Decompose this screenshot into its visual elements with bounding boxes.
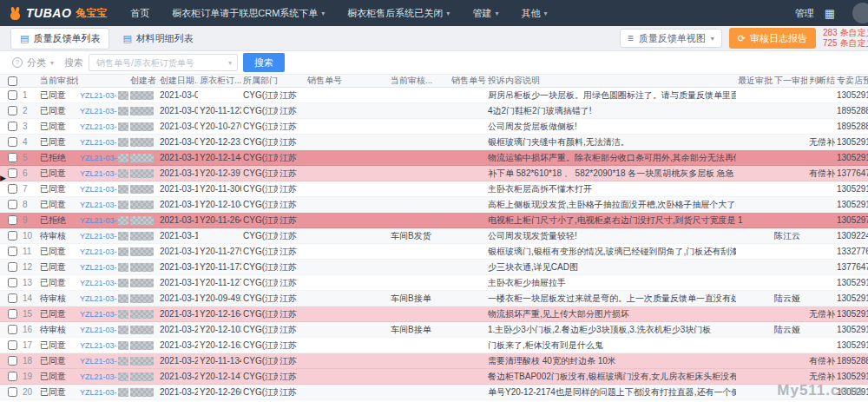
nav-item[interactable]: 橱衣柜订单请于联思CRM系统下单▾	[161, 0, 336, 26]
cell-creator-redacted	[128, 200, 158, 209]
feedback-code-link[interactable]: YZL21-03-	[80, 388, 117, 397]
row-checkbox[interactable]	[8, 90, 17, 100]
feedback-code-link[interactable]: YZL21-03-	[80, 169, 117, 178]
cell-department: CYG(江苏...	[241, 230, 278, 242]
feedback-code-link[interactable]: YZL21-03-	[80, 247, 117, 256]
feedback-code-link[interactable]: YZL21-03-	[80, 107, 117, 115]
feedback-code-link[interactable]: YZL21-03-	[80, 138, 117, 147]
cell-province: 江苏	[278, 386, 306, 399]
cell-creator-redacted	[128, 153, 158, 162]
cell-orig-order-no: Y20-12-2314	[198, 137, 241, 147]
category-dropdown[interactable]: ? 分类 ▾	[12, 56, 54, 69]
nav-item[interactable]: 橱衣柜售后系统已关闭▾	[336, 0, 461, 26]
table-row[interactable]: 12已同意YZL21-03-2021-03-1...Y20-11-1732CYG…	[0, 260, 868, 275]
table-row[interactable]: 10待审核YZL21-03-2021-03-1...CYG(江苏...江苏车间B…	[0, 228, 868, 244]
admin-link[interactable]: 管理	[795, 7, 814, 20]
feedback-code-link[interactable]: YZL21-03-	[80, 341, 117, 350]
table-row[interactable]: 4已同意YZL21-03-2021-03-0...Y20-12-2314CYG(…	[0, 135, 868, 150]
table-row[interactable]: 14待审核YZL21-03-2021-03-1...Y20-09-492CYG(…	[0, 291, 868, 306]
feedback-code-link[interactable]: YZL21-03-	[80, 279, 117, 287]
row-checkbox[interactable]	[8, 262, 17, 272]
panel-expand-arrow[interactable]: ▶	[0, 175, 6, 182]
cell-creator-redacted	[128, 293, 158, 303]
table-row[interactable]: 7已同意YZL21-03-2021-03-1...Y20-11-3067CYG(…	[0, 181, 868, 197]
table-row[interactable]: 9已拒绝YZL21-03-2021-03-1...Y20-11-2643CYG(…	[0, 213, 868, 228]
view-select-dropdown[interactable]: ≡ 质量反馈单视图 ▾	[620, 29, 722, 48]
cell-feedback-code: YZL21-03-	[78, 215, 128, 225]
chevron-down-icon[interactable]: ▾	[228, 59, 232, 67]
table-row[interactable]: 3已同意YZL21-03-2021-03-0...Y20-10-2708CYG(…	[0, 119, 868, 135]
cell-feedback-code: YZL21-03-	[78, 184, 128, 194]
row-checkbox[interactable]	[8, 309, 17, 319]
redacted-blur	[130, 310, 154, 319]
header-review-step: 当前审核...	[389, 75, 450, 87]
table-row[interactable]: 19已同意YZL21-03-2021-03-2...Y20-12-1476CYG…	[0, 369, 868, 385]
table-row[interactable]: 13已同意YZL21-03-2021-03-1...Y20-11-1276CYG…	[0, 275, 868, 291]
cell-row-index: 1	[21, 90, 38, 100]
table-row[interactable]: 11已同意YZL21-03-2021-03-1...Y20-11-279CYG(…	[0, 244, 868, 260]
search-input[interactable]	[95, 57, 228, 69]
feedback-code-link[interactable]: YZL21-03-	[80, 232, 117, 241]
row-checkbox[interactable]	[8, 200, 17, 209]
table-row[interactable]: 20已同意YZL21-03-2021-03-2...Y20-12-2609CYG…	[0, 385, 868, 400]
table-row[interactable]: 2已同意YZL21-03-2021-03-0...Y20-11-1239CYG(…	[0, 103, 868, 119]
table-row[interactable]: 15已同意YZL21-03-2021-03-1...Y20-12-1643CYG…	[0, 306, 868, 322]
cell-complaint-text: 一楼衣柜一块层板发过来就是弯的。上一次质量反馈单一直没有处理	[486, 293, 736, 305]
feedback-code-link[interactable]: YZL21-03-	[80, 310, 117, 319]
row-checkbox[interactable]	[8, 106, 17, 115]
feedback-code-link[interactable]: YZL21-03-	[80, 263, 117, 272]
nav-item[interactable]: 首页	[119, 0, 161, 26]
redacted-blur	[130, 263, 154, 272]
search-button[interactable]: 搜索	[243, 53, 285, 72]
row-checkbox[interactable]	[8, 356, 17, 366]
feedback-code-link[interactable]: YZL21-03-	[80, 326, 117, 334]
feedback-code-link[interactable]: YZL21-03-	[80, 372, 117, 381]
table-row[interactable]: 17已同意YZL21-03-2021-03-2...Y20-12-1623CYG…	[0, 338, 868, 353]
table-row[interactable]: 1已同意YZL21-03-2021-03-0...CYG(江苏...江苏厨房吊柜…	[0, 88, 868, 103]
tab-inactive[interactable]: ▤材料明细列表	[113, 28, 202, 49]
tab-active[interactable]: ▤质量反馈单列表	[10, 28, 109, 49]
row-checkbox[interactable]	[8, 153, 17, 162]
cell-create-date: 2021-03-1...	[158, 262, 198, 272]
table-row[interactable]: 6已同意YZL21-03-2021-03-1...Y20-12-397CYG(江…	[0, 166, 868, 181]
filter-toolbar: ? 分类 ▾ 搜索 ▾ 搜索	[0, 51, 868, 74]
feedback-code-link[interactable]: YZL21-03-	[80, 154, 117, 162]
redacted-blur	[118, 201, 128, 209]
row-checkbox[interactable]	[8, 340, 17, 350]
report-button[interactable]: ⟳ 审核日志报告	[729, 28, 816, 49]
select-all-checkbox[interactable]	[8, 76, 17, 86]
row-checkbox[interactable]	[8, 372, 17, 381]
feedback-code-link[interactable]: YZL21-03-	[80, 185, 117, 194]
feedback-code-link[interactable]: YZL21-03-	[80, 91, 117, 100]
feedback-code-link[interactable]: YZL21-03-	[80, 122, 117, 131]
row-checkbox[interactable]	[8, 215, 17, 225]
table-row[interactable]: 16待审核YZL21-03-2021-03-2...Y20-12-1034CYG…	[0, 322, 868, 338]
feedback-code-link[interactable]: YZL21-03-	[80, 357, 117, 366]
row-checkbox[interactable]	[8, 247, 17, 256]
redacted-blur	[130, 232, 154, 241]
feedback-code-link[interactable]: YZL21-03-	[80, 201, 117, 209]
row-checkbox[interactable]	[8, 184, 17, 194]
nav-item[interactable]: 管建▾	[461, 0, 510, 26]
redacted-blur	[130, 185, 154, 194]
feedback-code-link[interactable]: YZL21-03-	[80, 216, 117, 225]
cell-row-index: 4	[21, 137, 38, 147]
row-checkbox[interactable]	[8, 122, 17, 131]
redacted-blur	[130, 216, 154, 225]
row-checkbox[interactable]	[8, 231, 17, 241]
row-checkbox[interactable]	[8, 137, 17, 147]
view-controls: ≡ 质量反馈单视图 ▾ ⟳ 审核日志报告 283 条自定义725 条自定义	[620, 28, 868, 49]
row-checkbox[interactable]	[8, 387, 17, 397]
row-checkbox[interactable]	[8, 325, 17, 334]
table-row[interactable]: 5已拒绝YZL21-03-2021-03-1...Y20-12-1440CYG(…	[0, 150, 868, 166]
table-row[interactable]: 8已同意YZL21-03-2021-03-1...Y20-12-1045CYG(…	[0, 197, 868, 213]
nav-item[interactable]: 其他▾	[510, 0, 558, 26]
cell-creator-redacted	[128, 356, 158, 366]
feedback-code-link[interactable]: YZL21-03-	[80, 294, 117, 303]
cell-province: 江苏	[278, 183, 306, 195]
row-checkbox[interactable]	[8, 168, 17, 178]
row-checkbox[interactable]	[8, 293, 17, 303]
row-checkbox[interactable]	[8, 278, 17, 287]
apps-grid-icon[interactable]: ▦	[825, 8, 835, 19]
table-row[interactable]: 18已同意YZL21-03-2021-03-2...Y20-11-1349CYG…	[0, 353, 868, 369]
